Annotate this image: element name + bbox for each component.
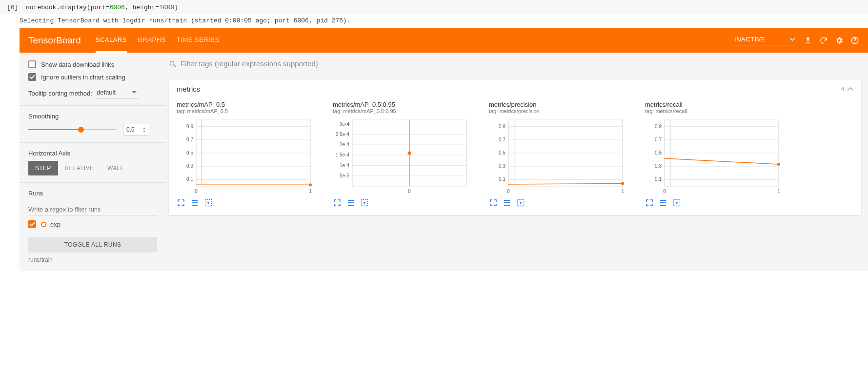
chart-tag: tag: metrics/mAP_0.5:0.95 bbox=[333, 108, 469, 114]
stepper-icon: ▲▼ bbox=[142, 126, 146, 133]
smoothing-slider[interactable] bbox=[28, 125, 116, 135]
expand-icon[interactable] bbox=[645, 198, 654, 207]
svg-text:0.7: 0.7 bbox=[186, 137, 193, 142]
tab-scalars[interactable]: SCALARS bbox=[96, 28, 127, 53]
settings-icon[interactable] bbox=[835, 36, 844, 45]
plugin-dropdown[interactable]: INACTIVE bbox=[734, 36, 797, 45]
haxis-label: Horizontal Axis bbox=[28, 150, 157, 157]
chart-plot[interactable]: 0.10.30.50.70.9 01 bbox=[177, 117, 313, 195]
tab-time-series[interactable]: TIME SERIES bbox=[177, 28, 220, 53]
svg-point-17 bbox=[309, 183, 312, 186]
label-show-download: Show data download links bbox=[41, 61, 114, 68]
chart-plot[interactable]: 0.10.30.50.70.9 01 bbox=[489, 117, 626, 195]
checkbox-ignore-outliers[interactable] bbox=[28, 73, 36, 81]
sidebar: Show data download links Ignore outliers… bbox=[20, 53, 166, 271]
notebook-output: Selecting TensorBoard with logdir runs/t… bbox=[0, 14, 868, 28]
tb-header: TensorBoard SCALARS GRAPHS TIME SERIES I… bbox=[20, 28, 868, 53]
search-icon bbox=[169, 60, 177, 68]
chart-block: metrics/recall tag: metrics/recall 0.10.… bbox=[645, 101, 782, 207]
cell-index: [6] bbox=[7, 4, 18, 11]
run-checkbox-exp[interactable] bbox=[28, 220, 36, 228]
chart-title: metrics/mAP_0.5 bbox=[177, 101, 313, 108]
list-icon[interactable] bbox=[346, 198, 355, 207]
chevron-down-icon bbox=[132, 91, 137, 94]
svg-point-85 bbox=[777, 163, 780, 166]
chart-plot[interactable]: 0.10.30.50.70.9 01 bbox=[645, 117, 782, 195]
chevron-down-icon bbox=[790, 38, 795, 41]
smoothing-input[interactable]: 0.6 ▲▼ bbox=[123, 124, 149, 136]
haxis-button-group: STEP RELATIVE WALL bbox=[28, 161, 157, 175]
fit-icon[interactable] bbox=[360, 198, 369, 207]
checkbox-show-download[interactable] bbox=[28, 60, 36, 68]
expand-icon[interactable] bbox=[333, 198, 342, 207]
expand-icon[interactable] bbox=[177, 198, 185, 207]
svg-text:0.7: 0.7 bbox=[499, 137, 505, 142]
logdir-label: runs/train bbox=[28, 256, 157, 263]
chart-plot[interactable]: 5e-51e-41.5e-42e-42.5e-43e-4 0 bbox=[333, 117, 469, 195]
smoothing-label: Smoothing bbox=[28, 113, 157, 120]
section-count: 4 bbox=[841, 85, 845, 93]
svg-text:0.1: 0.1 bbox=[499, 176, 505, 182]
svg-text:0: 0 bbox=[195, 189, 198, 194]
tag-filter[interactable]: Filter tags (regular expressions support… bbox=[169, 59, 861, 71]
section-title: metrics bbox=[177, 85, 200, 93]
svg-text:2e-4: 2e-4 bbox=[340, 142, 349, 147]
svg-text:0.9: 0.9 bbox=[655, 124, 662, 129]
haxis-wall-button[interactable]: WALL bbox=[101, 161, 130, 175]
chart-block: metrics/mAP_0.5 tag: metrics/mAP_0.5 0.1… bbox=[177, 101, 313, 207]
svg-text:3e-4: 3e-4 bbox=[340, 121, 349, 127]
svg-text:0.9: 0.9 bbox=[186, 124, 193, 129]
expand-icon[interactable] bbox=[489, 198, 498, 207]
svg-text:0.3: 0.3 bbox=[655, 163, 662, 169]
tooltip-sort-select[interactable]: default bbox=[96, 88, 139, 98]
svg-text:5e-5: 5e-5 bbox=[340, 173, 349, 178]
svg-point-43 bbox=[408, 152, 411, 155]
list-icon[interactable] bbox=[190, 198, 199, 207]
haxis-relative-button[interactable]: RELATIVE bbox=[58, 161, 101, 175]
svg-point-2 bbox=[170, 61, 174, 65]
notebook-code-cell: [6] notebook.display(port=6006, height=1… bbox=[0, 0, 868, 14]
svg-point-49 bbox=[364, 202, 365, 203]
fit-icon[interactable] bbox=[516, 198, 525, 207]
svg-text:2.5e-4: 2.5e-4 bbox=[336, 132, 350, 137]
chart-title: metrics/precision bbox=[489, 101, 626, 108]
svg-text:0.1: 0.1 bbox=[655, 176, 662, 182]
metrics-card: metrics 4 metrics/mAP_0.5 tag: metrics/m… bbox=[169, 80, 861, 215]
chart-title: metrics/recall bbox=[645, 101, 782, 108]
svg-text:1e-4: 1e-4 bbox=[340, 163, 349, 168]
card-header[interactable]: metrics 4 bbox=[169, 80, 861, 98]
svg-text:0.7: 0.7 bbox=[655, 137, 662, 142]
svg-text:0: 0 bbox=[507, 189, 510, 194]
svg-point-63 bbox=[621, 182, 624, 185]
svg-text:1: 1 bbox=[777, 189, 780, 194]
label-ignore-outliers: Ignore outliers in chart scaling bbox=[41, 74, 125, 81]
svg-point-1 bbox=[854, 42, 855, 42]
fit-icon[interactable] bbox=[672, 198, 681, 207]
chart-block: metrics/mAP_0.5:0.95 tag: metrics/mAP_0.… bbox=[333, 101, 469, 207]
help-icon[interactable] bbox=[850, 36, 859, 45]
haxis-step-button[interactable]: STEP bbox=[28, 161, 58, 175]
svg-text:1.5e-4: 1.5e-4 bbox=[336, 152, 350, 157]
svg-text:0.3: 0.3 bbox=[186, 163, 193, 169]
chart-tag: tag: metrics/recall bbox=[645, 108, 782, 114]
chart-block: metrics/precision tag: metrics/precision… bbox=[489, 101, 626, 207]
svg-line-3 bbox=[174, 65, 176, 67]
svg-text:0.5: 0.5 bbox=[499, 150, 505, 155]
svg-point-25 bbox=[208, 202, 209, 203]
svg-text:0.9: 0.9 bbox=[499, 124, 505, 129]
tab-graphs[interactable]: GRAPHS bbox=[138, 28, 166, 53]
runs-filter-input[interactable] bbox=[28, 204, 157, 215]
svg-text:0.5: 0.5 bbox=[186, 150, 193, 155]
list-icon[interactable] bbox=[659, 198, 667, 207]
tag-filter-placeholder: Filter tags (regular expressions support… bbox=[181, 59, 318, 68]
list-icon[interactable] bbox=[503, 198, 511, 207]
tensorboard-frame: TensorBoard SCALARS GRAPHS TIME SERIES I… bbox=[20, 28, 868, 271]
refresh-icon[interactable] bbox=[819, 36, 828, 45]
fit-icon[interactable] bbox=[204, 198, 213, 207]
svg-text:0: 0 bbox=[408, 189, 411, 194]
toggle-all-runs-button[interactable]: TOGGLE ALL RUNS bbox=[28, 237, 157, 252]
upload-icon[interactable] bbox=[804, 36, 812, 45]
run-name: exp bbox=[50, 221, 61, 228]
svg-text:0.1: 0.1 bbox=[186, 176, 193, 182]
svg-text:1: 1 bbox=[309, 189, 312, 194]
